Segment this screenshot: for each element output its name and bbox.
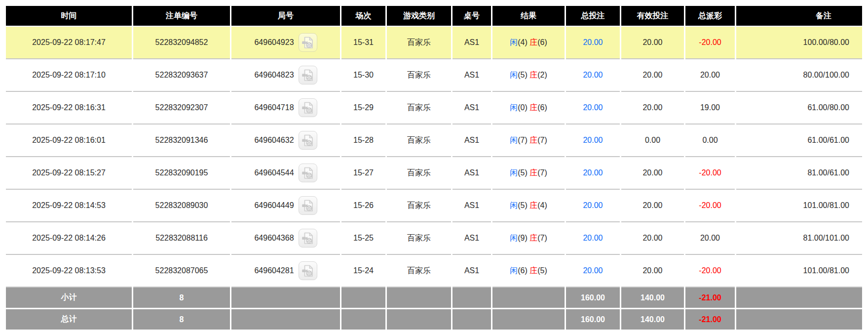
result-segment: (5)	[518, 168, 529, 177]
cell-time: 2025-09-22 08:14:26	[6, 222, 132, 255]
round-cell-content: 649604544	[231, 164, 340, 182]
result-segment: 庄	[529, 266, 537, 275]
video-replay-button[interactable]	[299, 66, 317, 84]
result-segment: (6)	[537, 103, 547, 112]
result-segment: 闲	[510, 201, 518, 209]
cell-payout: 0.00	[685, 124, 735, 157]
cell-valid_bet: 20.00	[621, 255, 684, 288]
round-cell-content: 649604449	[231, 196, 340, 215]
cell-total_bet: 20.00	[566, 92, 620, 124]
round-number: 649604923	[254, 38, 294, 47]
cell-total_bet: 20.00	[566, 27, 620, 59]
cell-game_type: 百家乐	[387, 190, 451, 222]
cell-time: 2025-09-22 08:17:10	[6, 59, 132, 92]
video-replay-button[interactable]	[299, 229, 317, 248]
cell-table_no: AS1	[453, 59, 491, 92]
result-segment: 庄	[529, 136, 537, 144]
video-replay-icon	[301, 36, 314, 49]
result-segment: 闲	[510, 136, 518, 144]
cell-bet_id: 522832092307	[133, 92, 230, 124]
video-replay-icon	[301, 166, 314, 180]
cell-game_type: 百家乐	[387, 59, 451, 92]
cell-table_no: AS1	[453, 222, 491, 255]
cell-table_no: AS1	[453, 27, 491, 59]
column-header-round: 局号	[231, 6, 340, 27]
subtotal-total_bet: 160.00	[566, 288, 620, 309]
video-replay-button[interactable]	[299, 33, 317, 52]
cell-round: 649604923	[231, 27, 340, 59]
cell-round: 649604632	[231, 124, 340, 157]
cell-table_no: AS1	[453, 255, 491, 288]
cell-valid_bet: 20.00	[621, 27, 684, 59]
total-table_no	[453, 309, 491, 331]
total-payout: -21.00	[685, 309, 735, 331]
total-remark	[736, 309, 862, 331]
video-replay-icon	[301, 101, 314, 115]
cell-session: 15-28	[341, 124, 385, 157]
cell-bet_id: 522832090195	[133, 157, 230, 190]
subtotal-bet_id: 8	[133, 288, 230, 309]
round-number: 649604368	[254, 234, 294, 243]
cell-payout: -20.00	[685, 190, 735, 222]
cell-valid_bet: 20.00	[621, 92, 684, 124]
result-segment: (6)	[537, 38, 547, 46]
table-row: 2025-09-22 08:13:53522832087065649604281…	[6, 255, 862, 288]
total-row: 总计8160.00140.00-21.00	[6, 309, 862, 331]
result-segment: 闲	[510, 168, 518, 177]
subtotal-result	[492, 288, 565, 309]
cell-remark: 61.00/61.00	[736, 124, 862, 157]
round-cell-content: 649604281	[231, 261, 340, 280]
result-segment: (7)	[537, 234, 547, 242]
column-header-remark: 备注	[736, 6, 862, 27]
subtotal-round	[231, 288, 340, 309]
cell-payout: 20.00	[685, 222, 735, 255]
total-time: 总计	[6, 309, 132, 331]
cell-result: 闲(9) 庄(7)	[492, 222, 565, 255]
result-segment: (4)	[537, 201, 547, 209]
cell-valid_bet: 0.00	[621, 124, 684, 157]
round-cell-content: 649604368	[231, 229, 340, 248]
cell-total_bet: 20.00	[566, 222, 620, 255]
cell-valid_bet: 20.00	[621, 222, 684, 255]
table-row: 2025-09-22 08:17:47522832094852649604923…	[6, 27, 862, 59]
video-replay-button[interactable]	[299, 98, 317, 117]
cell-payout: 19.00	[685, 92, 735, 124]
total-result	[492, 309, 565, 331]
video-replay-icon	[301, 134, 314, 147]
result-segment: (7)	[518, 136, 529, 144]
result-segment: 庄	[529, 71, 537, 79]
cell-valid_bet: 20.00	[621, 59, 684, 92]
column-header-total_bet: 总投注	[566, 6, 620, 27]
bet-records-table: 时间注单编号局号场次游戏类别桌号结果总投注有效投注总派彩备注 2025-09-2…	[4, 6, 864, 331]
video-replay-icon	[301, 264, 314, 278]
result-segment: (5)	[518, 201, 529, 209]
cell-result: 闲(7) 庄(7)	[492, 124, 565, 157]
cell-time: 2025-09-22 08:13:53	[6, 255, 132, 288]
video-replay-button[interactable]	[299, 131, 317, 150]
column-header-session: 场次	[341, 6, 385, 27]
cell-result: 闲(6) 庄(5)	[492, 255, 565, 288]
cell-game_type: 百家乐	[387, 124, 451, 157]
cell-bet_id: 522832088116	[133, 222, 230, 255]
result-segment: (2)	[537, 71, 547, 79]
header-row: 时间注单编号局号场次游戏类别桌号结果总投注有效投注总派彩备注	[6, 6, 862, 27]
round-number: 649604718	[254, 103, 294, 112]
cell-session: 15-29	[341, 92, 385, 124]
cell-payout: -20.00	[685, 255, 735, 288]
table-footer: 小计8160.00140.00-21.00总计8160.00140.00-21.…	[6, 288, 862, 331]
cell-session: 15-27	[341, 157, 385, 190]
cell-result: 闲(4) 庄(6)	[492, 27, 565, 59]
cell-remark: 100.00/80.00	[736, 27, 862, 59]
column-header-valid_bet: 有效投注	[621, 6, 684, 27]
cell-payout: -20.00	[685, 157, 735, 190]
video-replay-button[interactable]	[299, 164, 317, 182]
video-replay-button[interactable]	[299, 261, 317, 280]
cell-bet_id: 522832089030	[133, 190, 230, 222]
video-replay-button[interactable]	[299, 196, 317, 215]
column-header-table_no: 桌号	[453, 6, 491, 27]
cell-remark: 81.00/61.00	[736, 157, 862, 190]
cell-remark: 80.00/100.00	[736, 59, 862, 92]
result-segment: (6)	[518, 266, 529, 275]
result-segment: (5)	[537, 266, 547, 275]
subtotal-table_no	[453, 288, 491, 309]
